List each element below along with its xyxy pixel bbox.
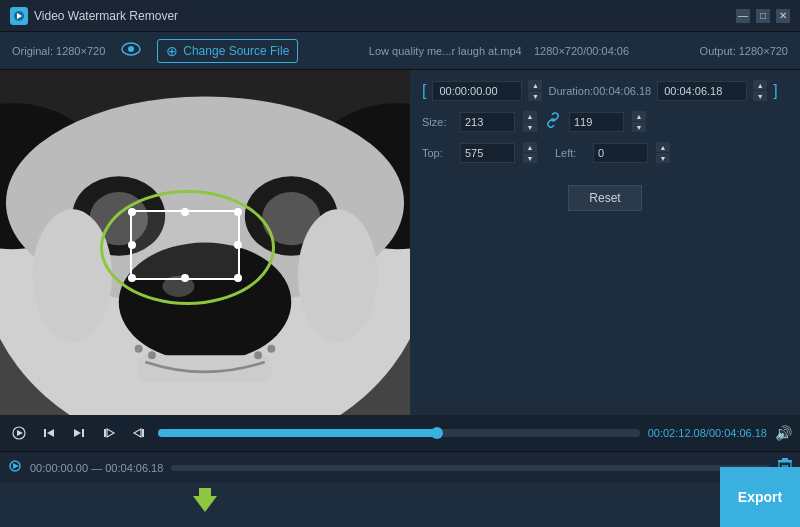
end-time-up[interactable]: ▲: [753, 80, 767, 90]
start-time-down[interactable]: ▼: [528, 91, 542, 101]
svg-marker-25: [17, 430, 23, 436]
handle-bottom-center[interactable]: [181, 274, 189, 282]
change-source-label: Change Source File: [183, 44, 289, 58]
volume-icon[interactable]: 🔊: [775, 425, 792, 441]
svg-marker-42: [193, 488, 217, 512]
video-controls-bar: 00:02:12.08/00:04:06.18 🔊: [0, 415, 800, 451]
duration-label: Duration:00:04:06.18: [548, 85, 651, 97]
video-preview: [0, 70, 410, 415]
handle-bottom-right[interactable]: [234, 274, 242, 282]
handle-top-right[interactable]: [234, 208, 242, 216]
size-label: Size:: [422, 116, 452, 128]
handle-middle-left[interactable]: [128, 241, 136, 249]
top-input[interactable]: [460, 143, 515, 163]
top-down[interactable]: ▼: [523, 153, 537, 163]
top-label: Top:: [422, 147, 452, 159]
lower-middle-section: + Add watermark removing area: [0, 483, 800, 527]
eye-icon[interactable]: [121, 42, 141, 60]
width-down[interactable]: ▼: [523, 122, 537, 132]
clip-start-button[interactable]: [98, 422, 120, 444]
prev-button[interactable]: [38, 422, 60, 444]
file-meta: 1280×720/00:04:06: [534, 45, 629, 57]
down-arrow-icon: [187, 482, 223, 525]
reset-button[interactable]: Reset: [568, 185, 641, 211]
height-down[interactable]: ▼: [632, 122, 646, 132]
svg-rect-29: [82, 429, 84, 437]
watermark-selection-box[interactable]: [130, 210, 240, 280]
top-spinner: ▲ ▼: [523, 142, 537, 163]
left-spinner: ▲ ▼: [656, 142, 670, 163]
height-up[interactable]: ▲: [632, 111, 646, 121]
maximize-button[interactable]: □: [756, 9, 770, 23]
clip-end-button[interactable]: [128, 422, 150, 444]
main-content: [ ▲ ▼ Duration:00:04:06.18 ▲ ▼ ] Size:: [0, 70, 800, 415]
handle-top-left[interactable]: [128, 208, 136, 216]
width-input[interactable]: [460, 112, 515, 132]
svg-rect-17: [139, 355, 272, 382]
svg-marker-26: [47, 429, 54, 437]
bracket-open: [: [422, 82, 426, 100]
width-spinner: ▲ ▼: [523, 111, 537, 132]
svg-rect-30: [104, 429, 106, 437]
play-button[interactable]: [8, 422, 30, 444]
position-row: Top: ▲ ▼ Left: ▲ ▼: [422, 142, 788, 163]
svg-rect-32: [142, 429, 144, 437]
next-button[interactable]: [68, 422, 90, 444]
title-bar-left: Video Watermark Remover: [10, 7, 736, 25]
left-input[interactable]: [593, 143, 648, 163]
height-spinner: ▲ ▼: [632, 111, 646, 132]
file-name: Low quality me...r laugh at.mp4: [369, 45, 522, 57]
svg-point-21: [254, 351, 262, 359]
export-button[interactable]: Export: [720, 467, 800, 527]
original-resolution: Original: 1280×720: [12, 45, 105, 57]
app-title: Video Watermark Remover: [34, 9, 178, 23]
svg-point-3: [128, 46, 134, 52]
current-time: 00:02:12.08: [648, 427, 706, 439]
handle-top-center[interactable]: [181, 208, 189, 216]
time-range-row: [ ▲ ▼ Duration:00:04:06.18 ▲ ▼ ]: [422, 80, 788, 101]
total-time: 00:04:06.18: [709, 427, 767, 439]
bracket-close: ]: [773, 82, 777, 100]
svg-point-19: [148, 351, 156, 359]
timeline-row: 00:00:00.00 — 00:04:06.18: [0, 451, 800, 483]
svg-rect-27: [44, 429, 46, 437]
plus-icon: ⊕: [166, 43, 178, 59]
progress-bar[interactable]: [158, 429, 640, 437]
video-panel: [0, 70, 410, 415]
start-time-input[interactable]: [432, 81, 522, 101]
file-info: Low quality me...r laugh at.mp4 1280×720…: [314, 45, 683, 57]
output-resolution: Output: 1280×720: [700, 45, 788, 57]
left-lower-panel: + Add watermark removing area: [0, 483, 410, 527]
end-time-input[interactable]: [657, 81, 747, 101]
svg-point-20: [267, 345, 275, 353]
handle-bottom-left[interactable]: [128, 274, 136, 282]
title-bar: Video Watermark Remover — □ ✕: [0, 0, 800, 32]
svg-point-23: [298, 209, 378, 342]
end-time-down[interactable]: ▼: [753, 91, 767, 101]
height-input[interactable]: [569, 112, 624, 132]
size-row: Size: ▲ ▼ ▲ ▼: [422, 111, 788, 132]
handle-middle-right[interactable]: [234, 241, 242, 249]
timeline-range: 00:00:00.00 — 00:04:06.18: [30, 462, 163, 474]
left-down[interactable]: ▼: [656, 153, 670, 163]
timeline-icon: [8, 459, 22, 476]
app-icon: [10, 7, 28, 25]
minimize-button[interactable]: —: [736, 9, 750, 23]
left-label: Left:: [555, 147, 585, 159]
svg-point-18: [135, 345, 143, 353]
progress-thumb[interactable]: [431, 427, 443, 439]
timeline-bar[interactable]: [171, 465, 770, 471]
close-button[interactable]: ✕: [776, 9, 790, 23]
width-up[interactable]: ▲: [523, 111, 537, 121]
right-panel: [ ▲ ▼ Duration:00:04:06.18 ▲ ▼ ] Size:: [410, 70, 800, 415]
top-up[interactable]: ▲: [523, 142, 537, 152]
svg-point-22: [33, 209, 113, 342]
start-time-up[interactable]: ▲: [528, 80, 542, 90]
left-up[interactable]: ▲: [656, 142, 670, 152]
svg-marker-35: [13, 463, 19, 469]
svg-rect-41: [782, 458, 788, 460]
change-source-button[interactable]: ⊕ Change Source File: [157, 39, 298, 63]
progress-fill: [158, 429, 437, 437]
window-controls: — □ ✕: [736, 9, 790, 23]
svg-rect-40: [778, 460, 792, 462]
